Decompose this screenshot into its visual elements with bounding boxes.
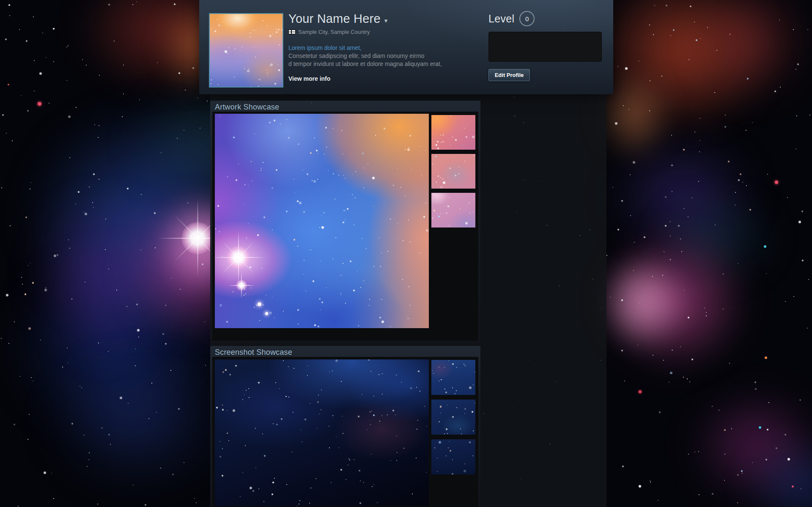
summary-line: Consetetur sadipscing elitr, sed diam no… [288, 52, 470, 60]
screenshot-showcase: Screenshot Showcase [210, 346, 480, 507]
level-area: Level 0 Edit Profile [488, 11, 602, 81]
screenshot-thumbnail[interactable] [431, 360, 475, 395]
avatar-image [210, 14, 283, 87]
screenshot-thumbnail[interactable] [431, 400, 475, 435]
profile-avatar[interactable] [209, 13, 283, 88]
artwork-main-image[interactable] [215, 114, 429, 328]
star-speckles [0, 0, 1, 1]
star-speckles [215, 114, 216, 115]
country-flag-icon [288, 30, 296, 34]
profile-info: Your Name Here ▾ Sample City, Sample Cou… [288, 12, 470, 82]
showcase-title: Screenshot Showcase [210, 346, 480, 358]
level-label: Level [488, 13, 514, 25]
name-dropdown[interactable]: Your Name Here ▾ [288, 12, 470, 26]
summary-link[interactable]: Lorem ipsum dolor sit amet, [288, 44, 470, 52]
location-row: Sample City, Sample Country [288, 29, 470, 35]
view-more-info-link[interactable]: View more info [288, 75, 470, 82]
star-flare [215, 230, 266, 285]
star-speckles [431, 400, 432, 400]
star-flare [228, 272, 255, 299]
edit-profile-label: Edit Profile [495, 72, 524, 78]
level-badge: 0 [519, 11, 535, 26]
star-speckles [431, 115, 432, 116]
profile-header: Your Name Here ▾ Sample City, Sample Cou… [199, 0, 613, 94]
summary-line: d tempor invidunt ut labore et dolore ma… [288, 60, 470, 68]
badge-showcase-placeholder[interactable] [488, 32, 602, 62]
bright-star [258, 302, 261, 306]
level-row: Level 0 [488, 11, 602, 26]
bright-star [265, 312, 268, 315]
star-speckles [210, 14, 211, 15]
edit-profile-button[interactable]: Edit Profile [488, 69, 530, 81]
level-value: 0 [525, 15, 529, 22]
profile-name: Your Name Here [288, 12, 381, 26]
star-speckles [431, 193, 432, 194]
starfield [606, 0, 812, 507]
screenshot-thumbnail[interactable] [431, 439, 475, 474]
artwork-thumbnail[interactable] [431, 193, 475, 227]
star-speckles [210, 94, 211, 95]
screenshot-frame [212, 357, 478, 507]
artwork-thumbnail[interactable] [431, 115, 475, 150]
screenshot-main-image[interactable] [215, 359, 429, 506]
steam-profile-page: Your Name Here ▾ Sample City, Sample Cou… [0, 0, 812, 507]
artwork-thumbnail[interactable] [431, 154, 475, 189]
star-speckles [431, 439, 432, 440]
star-speckles [431, 154, 432, 155]
showcase-title: Artwork Showcase [210, 101, 480, 113]
location-text: Sample City, Sample Country [298, 29, 370, 35]
star-speckles [431, 360, 432, 361]
artwork-showcase: Artwork Showcase [210, 101, 480, 343]
artwork-frame [212, 112, 478, 341]
chevron-down-icon: ▾ [384, 14, 388, 25]
star-speckles [215, 359, 216, 360]
starfield [0, 0, 211, 507]
profile-summary: Lorem ipsum dolor sit amet, Consetetur s… [288, 44, 470, 68]
